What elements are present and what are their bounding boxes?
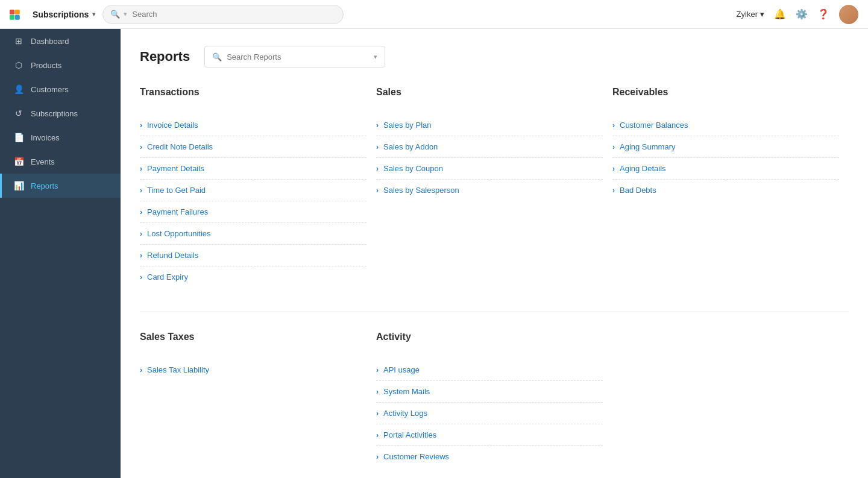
report-link-sales-by-plan[interactable]: Sales by Plan <box>383 121 432 130</box>
avatar-image <box>839 5 858 24</box>
reports-bottom-grid: Sales Taxes › Sales Tax Liability Activi… <box>140 312 849 478</box>
sidebar-item-subscriptions[interactable]: ↺ Subscriptions <box>0 101 121 125</box>
chevron-icon: › <box>376 186 379 195</box>
customers-icon: 👤 <box>14 84 24 94</box>
report-link-credit-note-details[interactable]: Credit Note Details <box>147 142 213 151</box>
report-item-activity-logs[interactable]: › Activity Logs <box>376 403 603 424</box>
help-icon[interactable]: ❓ <box>817 8 829 20</box>
sidebar-item-events[interactable]: 📅 Events <box>0 149 121 174</box>
sidebar-item-reports[interactable]: 📊 Reports <box>0 174 121 198</box>
reports-search-input[interactable] <box>227 52 366 61</box>
report-item-customer-balances[interactable]: › Customer Balances <box>612 115 839 136</box>
sidebar-item-customers[interactable]: 👤 Customers <box>0 77 121 101</box>
report-item-sales-by-plan[interactable]: › Sales by Plan <box>376 115 603 136</box>
report-item-time-to-get-paid[interactable]: › Time to Get Paid <box>140 180 366 201</box>
report-link-card-expiry[interactable]: Card Expiry <box>147 272 188 281</box>
reports-search-box[interactable]: 🔍 ▾ <box>204 46 385 68</box>
brand-logo[interactable]: Subscriptions ▾ <box>10 8 95 20</box>
sidebar-item-products[interactable]: ⬡ Products <box>0 53 121 77</box>
report-item-customer-reviews[interactable]: › Customer Reviews <box>376 446 603 467</box>
receivables-section: Receivables › Customer Balances › Aging … <box>612 87 849 307</box>
chevron-icon: › <box>140 121 142 130</box>
main-content: Reports 🔍 ▾ Transactions › Invoice Detai… <box>121 29 868 478</box>
report-link-bad-debts[interactable]: Bad Debts <box>620 186 656 195</box>
report-link-customer-balances[interactable]: Customer Balances <box>620 121 688 130</box>
activity-section: Activity › API usage › System Mails › Ac… <box>376 332 612 478</box>
app-body: ⊞ Dashboard ⬡ Products 👤 Customers ↺ Sub… <box>0 29 868 478</box>
report-item-invoice-details[interactable]: › Invoice Details <box>140 115 366 136</box>
report-item-payment-failures[interactable]: › Payment Failures <box>140 201 366 223</box>
global-search[interactable]: 🔍 ▾ <box>102 5 344 24</box>
sidebar-label-reports: Reports <box>31 181 58 190</box>
report-item-bad-debts[interactable]: › Bad Debts <box>612 180 839 201</box>
invoices-icon: 📄 <box>14 133 24 142</box>
chevron-icon: › <box>376 431 379 439</box>
report-item-aging-details[interactable]: › Aging Details <box>612 158 839 180</box>
chevron-icon: › <box>612 121 615 130</box>
chevron-icon: › <box>612 186 615 195</box>
products-icon: ⬡ <box>14 60 24 70</box>
chevron-icon: › <box>140 273 142 281</box>
report-link-portal-activities[interactable]: Portal Activities <box>383 430 436 439</box>
chevron-icon: › <box>140 165 142 173</box>
reports-search-dropdown-icon[interactable]: ▾ <box>374 53 377 61</box>
report-link-invoice-details[interactable]: Invoice Details <box>147 121 198 130</box>
avatar[interactable] <box>839 5 858 24</box>
report-item-credit-note-details[interactable]: › Credit Note Details <box>140 136 366 158</box>
chevron-icon: › <box>376 121 379 130</box>
report-link-sales-by-salesperson[interactable]: Sales by Salesperson <box>383 186 459 195</box>
search-dropdown-trigger[interactable]: ▾ <box>124 10 127 18</box>
transactions-section: Transactions › Invoice Details › Credit … <box>140 87 376 307</box>
search-input[interactable] <box>132 10 336 19</box>
svg-rect-0 <box>10 10 14 14</box>
report-link-api-usage[interactable]: API usage <box>383 365 420 374</box>
report-link-payment-failures[interactable]: Payment Failures <box>147 207 208 216</box>
report-item-portal-activities[interactable]: › Portal Activities <box>376 424 603 446</box>
sales-taxes-title: Sales Taxes <box>140 332 366 347</box>
brand-name: Subscriptions <box>33 10 89 19</box>
report-link-lost-opportunities[interactable]: Lost Opportunities <box>147 229 211 238</box>
report-link-aging-summary[interactable]: Aging Summary <box>620 142 675 151</box>
report-link-aging-details[interactable]: Aging Details <box>620 164 666 173</box>
chevron-icon: › <box>140 366 142 374</box>
transactions-title: Transactions <box>140 87 366 102</box>
report-link-system-mails[interactable]: System Mails <box>383 387 430 396</box>
notifications-icon[interactable]: 🔔 <box>774 8 786 20</box>
report-item-sales-by-addon[interactable]: › Sales by Addon <box>376 136 603 158</box>
report-item-sales-by-salesperson[interactable]: › Sales by Salesperson <box>376 180 603 201</box>
sidebar-item-invoices[interactable]: 📄 Invoices <box>0 125 121 149</box>
chevron-icon: › <box>612 165 615 173</box>
search-icon: 🔍 <box>110 10 120 19</box>
report-item-lost-opportunities[interactable]: › Lost Opportunities <box>140 223 366 245</box>
chevron-icon: › <box>140 143 142 151</box>
report-item-card-expiry[interactable]: › Card Expiry <box>140 266 366 288</box>
topnav: Subscriptions ▾ 🔍 ▾ Zylker ▾ 🔔 ⚙️ ❓ <box>0 0 868 29</box>
report-item-aging-summary[interactable]: › Aging Summary <box>612 136 839 158</box>
report-item-system-mails[interactable]: › System Mails <box>376 381 603 403</box>
report-item-sales-tax-liability[interactable]: › Sales Tax Liability <box>140 359 366 380</box>
report-link-payment-details[interactable]: Payment Details <box>147 164 204 173</box>
report-item-refund-details[interactable]: › Refund Details <box>140 245 366 266</box>
sidebar-label-invoices: Invoices <box>31 133 60 142</box>
svg-rect-1 <box>15 10 20 14</box>
user-dropdown-icon: ▾ <box>760 10 764 19</box>
user-menu[interactable]: Zylker ▾ <box>737 10 764 19</box>
report-item-sales-by-coupon[interactable]: › Sales by Coupon <box>376 158 603 180</box>
chevron-icon: › <box>140 208 142 216</box>
sales-taxes-section: Sales Taxes › Sales Tax Liability <box>140 332 376 478</box>
report-link-customer-reviews[interactable]: Customer Reviews <box>383 452 449 461</box>
report-link-sales-by-addon[interactable]: Sales by Addon <box>383 142 438 151</box>
chevron-icon: › <box>376 388 379 396</box>
subscriptions-icon: ↺ <box>14 108 24 118</box>
report-item-payment-details[interactable]: › Payment Details <box>140 158 366 180</box>
report-link-activity-logs[interactable]: Activity Logs <box>383 409 427 418</box>
report-item-api-usage[interactable]: › API usage <box>376 359 603 381</box>
chevron-icon: › <box>612 143 615 151</box>
sidebar-item-dashboard[interactable]: ⊞ Dashboard <box>0 29 121 53</box>
report-link-sales-by-coupon[interactable]: Sales by Coupon <box>383 164 443 173</box>
report-link-refund-details[interactable]: Refund Details <box>147 251 198 260</box>
report-link-time-to-get-paid[interactable]: Time to Get Paid <box>147 186 206 195</box>
settings-icon[interactable]: ⚙️ <box>796 8 808 20</box>
report-link-sales-tax-liability[interactable]: Sales Tax Liability <box>147 365 209 374</box>
sidebar-label-dashboard: Dashboard <box>31 37 69 46</box>
